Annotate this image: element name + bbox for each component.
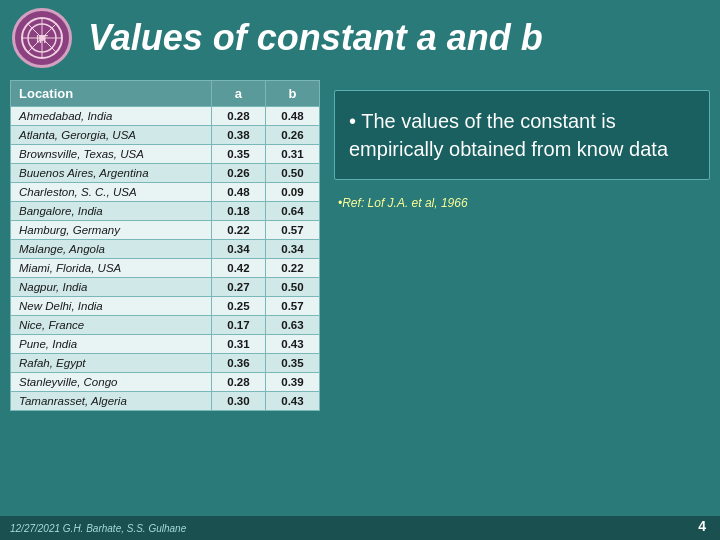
table-row: Rafah, Egypt0.360.35 — [11, 354, 320, 373]
cell-location: Charleston, S. C., USA — [11, 183, 212, 202]
cell-b: 0.57 — [265, 297, 319, 316]
header: IIT Values of constant a and b — [0, 0, 720, 76]
table-row: Bangalore, India0.180.64 — [11, 202, 320, 221]
cell-a: 0.35 — [211, 145, 265, 164]
cell-location: Hamburg, Germany — [11, 221, 212, 240]
cell-b: 0.43 — [265, 335, 319, 354]
cell-location: Atlanta, Gerorgia, USA — [11, 126, 212, 145]
cell-b: 0.39 — [265, 373, 319, 392]
data-table: Location a b Ahmedabad, India0.280.48Atl… — [10, 80, 320, 411]
cell-a: 0.48 — [211, 183, 265, 202]
table-row: Miami, Florida, USA0.420.22 — [11, 259, 320, 278]
cell-location: Malange, Angola — [11, 240, 212, 259]
cell-location: Pune, India — [11, 335, 212, 354]
cell-b: 0.50 — [265, 278, 319, 297]
cell-a: 0.25 — [211, 297, 265, 316]
cell-location: New Delhi, India — [11, 297, 212, 316]
cell-a: 0.30 — [211, 392, 265, 411]
cell-b: 0.48 — [265, 107, 319, 126]
cell-a: 0.34 — [211, 240, 265, 259]
cell-a: 0.27 — [211, 278, 265, 297]
table-container: Location a b Ahmedabad, India0.280.48Atl… — [10, 80, 320, 411]
cell-a: 0.17 — [211, 316, 265, 335]
table-row: Malange, Angola0.340.34 — [11, 240, 320, 259]
cell-b: 0.50 — [265, 164, 319, 183]
page-title: Values of constant a and b — [88, 17, 543, 59]
cell-location: Brownsville, Texas, USA — [11, 145, 212, 164]
cell-a: 0.31 — [211, 335, 265, 354]
cell-location: Bangalore, India — [11, 202, 212, 221]
bullet-box: • The values of the constant is empirica… — [334, 90, 710, 180]
cell-b: 0.34 — [265, 240, 319, 259]
logo: IIT — [12, 8, 72, 68]
table-row: Nagpur, India0.270.50 — [11, 278, 320, 297]
cell-a: 0.28 — [211, 107, 265, 126]
svg-text:IIT: IIT — [36, 34, 48, 45]
table-row: Charleston, S. C., USA0.480.09 — [11, 183, 320, 202]
cell-b: 0.26 — [265, 126, 319, 145]
sidebar: • The values of the constant is empirica… — [334, 80, 710, 411]
footer-text: 12/27/2021 G.H. Barhate, S.S. Gulhane — [10, 523, 186, 534]
cell-a: 0.38 — [211, 126, 265, 145]
cell-a: 0.18 — [211, 202, 265, 221]
cell-b: 0.09 — [265, 183, 319, 202]
cell-b: 0.22 — [265, 259, 319, 278]
cell-a: 0.42 — [211, 259, 265, 278]
table-row: Buuenos Aires, Argentina0.260.50 — [11, 164, 320, 183]
table-row: Hamburg, Germany0.220.57 — [11, 221, 320, 240]
col-header-a: a — [211, 81, 265, 107]
cell-b: 0.64 — [265, 202, 319, 221]
cell-location: Nice, France — [11, 316, 212, 335]
cell-b: 0.63 — [265, 316, 319, 335]
table-row: Nice, France0.170.63 — [11, 316, 320, 335]
bottom-bar: 12/27/2021 G.H. Barhate, S.S. Gulhane — [0, 516, 720, 540]
cell-b: 0.31 — [265, 145, 319, 164]
col-header-location: Location — [11, 81, 212, 107]
table-row: New Delhi, India0.250.57 — [11, 297, 320, 316]
ref-text: •Ref: Lof J.A. et al, 1966 — [334, 196, 710, 210]
table-row: Brownsville, Texas, USA0.350.31 — [11, 145, 320, 164]
table-row: Tamanrasset, Algeria0.300.43 — [11, 392, 320, 411]
page-number: 4 — [698, 518, 706, 534]
table-row: Ahmedabad, India0.280.48 — [11, 107, 320, 126]
cell-b: 0.35 — [265, 354, 319, 373]
table-row: Stanleyville, Congo0.280.39 — [11, 373, 320, 392]
cell-location: Tamanrasset, Algeria — [11, 392, 212, 411]
cell-location: Ahmedabad, India — [11, 107, 212, 126]
cell-location: Nagpur, India — [11, 278, 212, 297]
table-row: Atlanta, Gerorgia, USA0.380.26 — [11, 126, 320, 145]
table-row: Pune, India0.310.43 — [11, 335, 320, 354]
cell-location: Miami, Florida, USA — [11, 259, 212, 278]
cell-a: 0.28 — [211, 373, 265, 392]
cell-b: 0.57 — [265, 221, 319, 240]
cell-b: 0.43 — [265, 392, 319, 411]
cell-location: Stanleyville, Congo — [11, 373, 212, 392]
cell-a: 0.22 — [211, 221, 265, 240]
bullet-text: • The values of the constant is empirica… — [349, 110, 668, 160]
cell-location: Buuenos Aires, Argentina — [11, 164, 212, 183]
cell-a: 0.36 — [211, 354, 265, 373]
cell-a: 0.26 — [211, 164, 265, 183]
cell-location: Rafah, Egypt — [11, 354, 212, 373]
col-header-b: b — [265, 81, 319, 107]
